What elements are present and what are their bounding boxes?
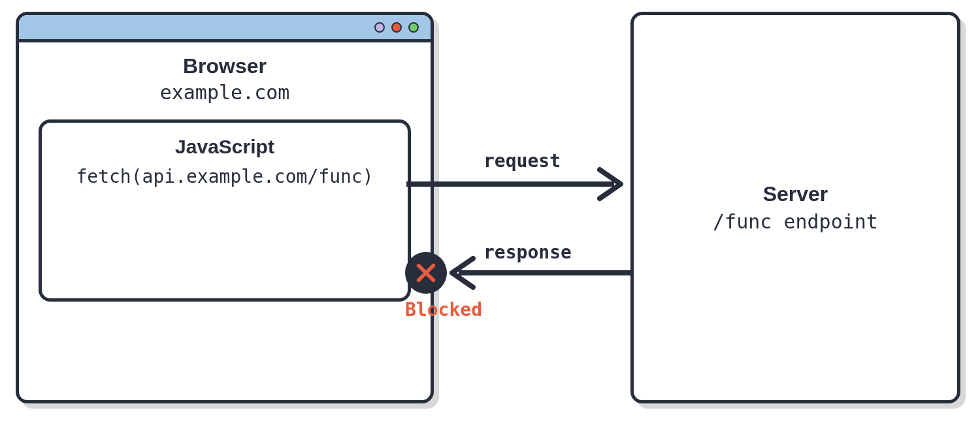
javascript-box: JavaScript fetch(api.example.com/func): [39, 119, 411, 302]
blocked-label: Blocked: [405, 299, 482, 321]
traffic-light-minimize-icon: [374, 22, 385, 33]
cors-diagram: Browser example.com JavaScript fetch(api…: [0, 0, 980, 423]
traffic-light-close-icon: [391, 22, 402, 33]
browser-heading: Browser: [39, 54, 411, 78]
server-endpoint: /func endpoint: [713, 210, 878, 233]
browser-window: Browser example.com JavaScript fetch(api…: [16, 12, 434, 403]
javascript-code: fetch(api.example.com/func): [56, 166, 393, 187]
browser-domain: example.com: [39, 81, 411, 104]
browser-titlebar: [19, 15, 431, 42]
browser-content: Browser example.com JavaScript fetch(api…: [19, 42, 431, 321]
response-label: response: [483, 242, 572, 263]
blocked-icon: [405, 252, 447, 294]
request-arrow: [406, 170, 621, 198]
server-heading: Server: [763, 182, 828, 206]
request-label: request: [483, 150, 561, 172]
javascript-heading: JavaScript: [56, 136, 393, 158]
server-box: Server /func endpoint: [630, 12, 960, 403]
traffic-light-maximize-icon: [408, 22, 419, 33]
